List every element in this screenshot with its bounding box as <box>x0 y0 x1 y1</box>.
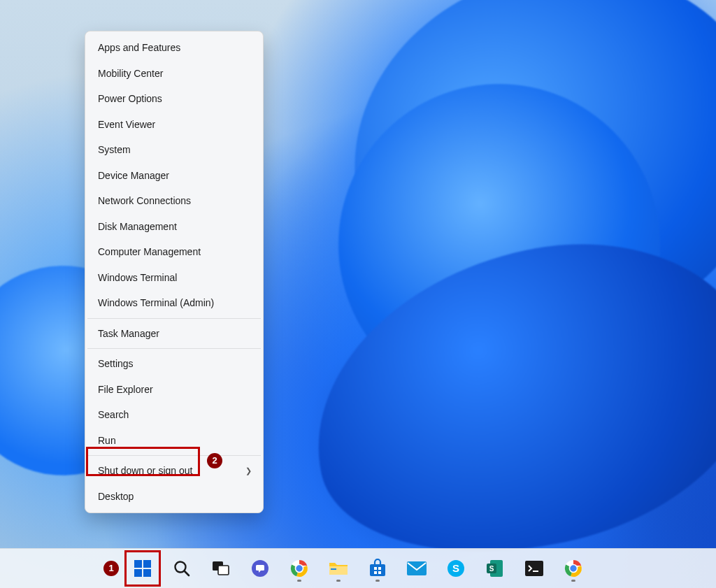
menu-item-event-viewer[interactable]: Event Viewer <box>87 112 262 138</box>
svg-rect-19 <box>374 571 377 574</box>
menu-item-windows-terminal-admin[interactable]: Windows Terminal (Admin) <box>87 290 262 316</box>
chrome-icon <box>564 559 583 578</box>
menu-item-computer-management[interactable]: Computer Management <box>87 239 262 265</box>
search-icon <box>173 559 191 578</box>
svg-rect-17 <box>374 567 377 570</box>
terminal-icon <box>524 560 544 577</box>
menu-item-windows-terminal[interactable]: Windows Terminal <box>87 265 262 291</box>
sway-icon: S <box>486 559 504 578</box>
menu-item-apps-and-features[interactable]: Apps and Features <box>87 35 262 61</box>
taskbar-start-button[interactable] <box>127 553 158 584</box>
menu-item-file-explorer[interactable]: File Explorer <box>87 377 262 403</box>
taskbar-task-view-button[interactable] <box>206 553 236 584</box>
svg-rect-0 <box>134 560 142 568</box>
svg-rect-20 <box>378 571 381 574</box>
taskbar-active-indicator <box>571 580 575 582</box>
taskbar-store-button[interactable] <box>362 553 393 584</box>
mail-icon <box>406 560 427 577</box>
menu-item-task-manager[interactable]: Task Manager <box>87 321 262 347</box>
svg-rect-1 <box>143 560 151 568</box>
chevron-right-icon: ❯ <box>245 458 252 484</box>
menu-separator <box>87 318 261 319</box>
menu-item-device-manager[interactable]: Device Manager <box>87 163 262 189</box>
svg-text:S: S <box>452 562 459 574</box>
taskbar-sway-button[interactable]: S <box>480 553 510 584</box>
svg-rect-27 <box>525 561 543 576</box>
taskbar-active-indicator <box>375 580 380 582</box>
taskbar-skype-button[interactable]: S <box>441 553 471 584</box>
menu-separator <box>87 348 261 349</box>
taskbar-search-button[interactable] <box>166 553 197 584</box>
file-explorer-icon <box>328 559 349 578</box>
taskbar-file-explorer-button[interactable] <box>323 553 354 584</box>
taskbar-active-indicator <box>336 580 341 582</box>
menu-item-disk-management[interactable]: Disk Management <box>87 214 262 240</box>
menu-item-mobility-center[interactable]: Mobility Center <box>87 61 262 87</box>
menu-item-search[interactable]: Search <box>87 402 262 428</box>
menu-item-settings[interactable]: Settings <box>87 351 262 377</box>
taskbar-chrome-button[interactable] <box>284 553 315 584</box>
windows-start-icon <box>133 559 152 578</box>
menu-item-shutdown-signout[interactable]: Shut down or sign out ❯ <box>87 458 262 484</box>
skype-icon: S <box>446 559 466 578</box>
menu-separator <box>87 455 261 456</box>
start-context-menu: Apps and Features Mobility Center Power … <box>85 31 264 513</box>
taskbar-chat-button[interactable] <box>245 553 275 584</box>
menu-item-desktop[interactable]: Desktop <box>87 484 262 510</box>
taskbar-terminal-button[interactable] <box>519 553 550 584</box>
menu-item-power-options[interactable]: Power Options <box>87 86 262 112</box>
task-view-icon <box>212 561 230 576</box>
menu-item-network-connections[interactable]: Network Connections <box>87 188 262 214</box>
menu-item-system[interactable]: System <box>87 137 262 163</box>
svg-rect-15 <box>331 568 336 570</box>
svg-text:S: S <box>489 565 494 573</box>
svg-rect-14 <box>329 566 348 575</box>
store-icon <box>368 559 387 578</box>
svg-rect-7 <box>218 566 229 575</box>
svg-rect-21 <box>407 561 427 575</box>
svg-rect-9 <box>256 565 264 571</box>
menu-item-run[interactable]: Run <box>87 428 262 454</box>
chrome-icon <box>289 559 309 578</box>
svg-rect-2 <box>134 569 142 577</box>
taskbar-chrome-alt-button[interactable] <box>558 553 589 584</box>
taskbar-mail-button[interactable] <box>401 553 432 584</box>
taskbar-active-indicator <box>297 580 301 582</box>
taskbar: S S <box>0 548 716 588</box>
svg-line-5 <box>185 571 189 575</box>
chat-icon <box>250 559 270 578</box>
svg-rect-18 <box>378 567 381 570</box>
svg-rect-16 <box>370 564 385 576</box>
svg-rect-3 <box>143 569 151 577</box>
